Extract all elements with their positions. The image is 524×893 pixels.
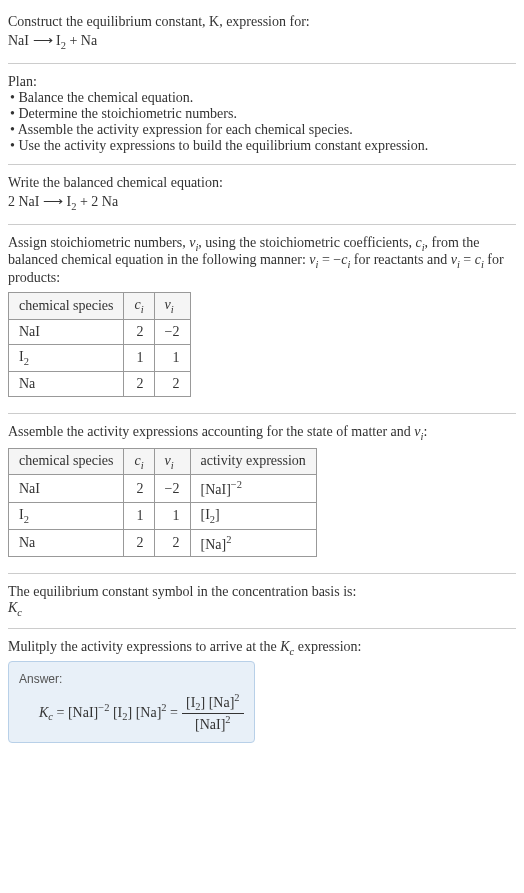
eq-lhs: NaI <box>8 33 29 48</box>
table-header: νi <box>154 448 190 475</box>
table-header: ci <box>124 448 154 475</box>
plan-bullet: • Balance the chemical equation. <box>8 90 516 106</box>
expr: ] <box>215 507 220 522</box>
table-row: I2 1 1 [I2] <box>9 503 317 530</box>
intro-section: Construct the equilibrium constant, K, e… <box>8 8 516 59</box>
plan-section: Plan: • Balance the chemical equation. •… <box>8 68 516 160</box>
text-part: for reactants and <box>350 252 450 267</box>
stoich-section: Assign stoichiometric numbers, νi, using… <box>8 229 516 409</box>
arrow-icon: ⟶ <box>33 33 53 48</box>
symbol-section: The equilibrium constant symbol in the c… <box>8 578 516 624</box>
expr: [Na] <box>201 536 227 551</box>
expr: [I <box>201 507 210 522</box>
table-cell: −2 <box>154 319 190 344</box>
k-symbol: K <box>280 639 289 654</box>
eq-rhs-tail: + 2 Na <box>76 194 118 209</box>
kc-symbol: Kc <box>8 600 516 618</box>
table-header: νi <box>154 293 190 320</box>
balanced-title: Write the balanced chemical equation: <box>8 175 516 191</box>
subscript: i <box>141 304 144 315</box>
table-cell: 1 <box>124 503 154 530</box>
fraction-denominator: [NaI]2 <box>182 714 244 733</box>
divider <box>8 628 516 629</box>
table-row: NaI 2 −2 <box>9 319 191 344</box>
table-cell: [Na]2 <box>190 529 316 557</box>
text-part: : <box>423 424 427 439</box>
assemble-text: Assemble the activity expressions accoun… <box>8 424 516 442</box>
table-cell: 2 <box>124 475 154 503</box>
superscript: 2 <box>226 534 231 545</box>
subscript: 2 <box>24 356 29 367</box>
table-cell: −2 <box>154 475 190 503</box>
term: [NaI] <box>68 705 98 720</box>
table-cell: 2 <box>124 371 154 396</box>
table-header-row: chemical species ci νi <box>9 293 191 320</box>
text-part: = − <box>318 252 341 267</box>
eq-lhs: 2 NaI <box>8 194 40 209</box>
table-header: activity expression <box>190 448 316 475</box>
table-cell: 1 <box>124 344 154 371</box>
equals: = <box>167 705 178 720</box>
superscript: 2 <box>234 692 239 703</box>
divider <box>8 63 516 64</box>
plan-bullet: • Use the activity expressions to build … <box>8 138 516 154</box>
arrow-icon: ⟶ <box>43 194 63 209</box>
intro-line1: Construct the equilibrium constant, K, e… <box>8 14 516 30</box>
table-cell: I2 <box>9 503 124 530</box>
subscript: i <box>171 304 174 315</box>
multiply-section: Mulitply the activity expressions to arr… <box>8 633 516 749</box>
eq-rhs-tail: + Na <box>66 33 97 48</box>
divider <box>8 413 516 414</box>
fraction-numerator: [I2] [Na]2 <box>182 692 244 713</box>
table-header: chemical species <box>9 293 124 320</box>
table-cell: 2 <box>154 529 190 557</box>
plan-title: Plan: <box>8 74 516 90</box>
superscript: −2 <box>231 479 242 490</box>
plan-bullet: • Assemble the activity expression for e… <box>8 122 516 138</box>
table-header: ci <box>124 293 154 320</box>
multiply-text: Mulitply the activity expressions to arr… <box>8 639 516 657</box>
table-row: Na 2 2 <box>9 371 191 396</box>
table-cell: 2 <box>124 319 154 344</box>
equals: = <box>53 705 68 720</box>
table-row: I2 1 1 <box>9 344 191 371</box>
term: ] [Na] <box>201 695 235 710</box>
k-symbol: K <box>8 600 17 615</box>
divider <box>8 573 516 574</box>
table-cell: 2 <box>124 529 154 557</box>
table-row: NaI 2 −2 [NaI]−2 <box>9 475 317 503</box>
table-cell: Na <box>9 529 124 557</box>
divider <box>8 164 516 165</box>
table-cell: I2 <box>9 344 124 371</box>
stoich-table: chemical species ci νi NaI 2 −2 I2 1 1 N… <box>8 292 191 397</box>
table-header-row: chemical species ci νi activity expressi… <box>9 448 317 475</box>
term: [I <box>109 705 122 720</box>
activity-table: chemical species ci νi activity expressi… <box>8 448 317 558</box>
answer-label: Answer: <box>19 672 244 686</box>
subscript: 2 <box>24 514 29 525</box>
kc-lhs: Kc = [NaI]−2 [I2] [Na]2 = <box>39 702 178 722</box>
text-part: = <box>460 252 475 267</box>
text-part: expression: <box>294 639 361 654</box>
table-cell: Na <box>9 371 124 396</box>
k-symbol: K <box>39 705 48 720</box>
table-cell: NaI <box>9 319 124 344</box>
table-cell: [NaI]−2 <box>190 475 316 503</box>
superscript: −2 <box>98 702 109 713</box>
subscript: i <box>171 459 174 470</box>
table-header: chemical species <box>9 448 124 475</box>
expr: [NaI] <box>201 482 231 497</box>
text-part: Assign stoichiometric numbers, <box>8 235 189 250</box>
text-part: Assemble the activity expressions accoun… <box>8 424 414 439</box>
table-row: Na 2 2 [Na]2 <box>9 529 317 557</box>
balanced-equation: 2 NaI ⟶ I2 + 2 Na <box>8 191 516 214</box>
stoich-text: Assign stoichiometric numbers, νi, using… <box>8 235 516 287</box>
term: [NaI] <box>195 716 225 731</box>
assemble-section: Assemble the activity expressions accoun… <box>8 418 516 570</box>
table-cell: 1 <box>154 503 190 530</box>
term: [Na] <box>132 705 161 720</box>
intro-text: Construct the equilibrium constant, K, e… <box>8 14 310 29</box>
text-part: Mulitply the activity expressions to arr… <box>8 639 280 654</box>
text-part: , using the stoichiometric coefficients, <box>198 235 415 250</box>
answer-box: Answer: Kc = [NaI]−2 [I2] [Na]2 = [I2] [… <box>8 661 255 743</box>
